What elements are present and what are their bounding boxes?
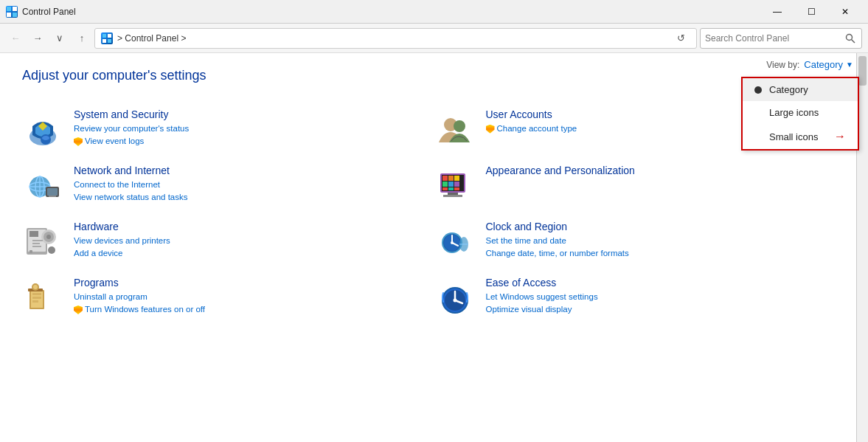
ease-of-access-title: Ease of Access <box>486 277 835 289</box>
programs-icon <box>22 277 63 318</box>
svg-rect-22 <box>47 188 58 196</box>
search-input[interactable] <box>705 33 844 44</box>
path-separator: > <box>117 33 125 44</box>
network-link-1[interactable]: Connect to the Internet <box>74 179 423 191</box>
svg-point-63 <box>33 285 38 289</box>
hardware-link-1[interactable]: View devices and printers <box>74 235 423 247</box>
dropdown-menu: Category Large icons Small icons → <box>741 77 859 151</box>
svg-rect-26 <box>442 176 448 181</box>
svg-rect-28 <box>454 176 459 181</box>
category-appearance[interactable]: Appearance and Personalization <box>434 157 847 213</box>
ease-of-access-icon <box>434 277 476 318</box>
dropdown-item-large-icons-label: Large icons <box>769 107 819 118</box>
shield-icon-1 <box>74 137 83 146</box>
dropdown-item-small-icons[interactable]: Small icons → <box>743 124 858 149</box>
svg-point-42 <box>46 235 51 239</box>
svg-rect-46 <box>29 250 32 253</box>
svg-rect-23 <box>49 196 56 197</box>
category-programs[interactable]: Programs Uninstall a program Turn Window… <box>22 269 434 325</box>
svg-rect-4 <box>103 34 106 38</box>
system-security-link-2[interactable]: View event logs <box>74 135 423 148</box>
addressbar: ← → ∨ ↑ > Control Panel > ↺ <box>0 24 868 53</box>
svg-point-53 <box>451 241 454 244</box>
viewby-current: Category <box>804 59 843 70</box>
svg-point-69 <box>453 299 456 303</box>
svg-line-9 <box>851 39 855 43</box>
category-network[interactable]: Network and Internet Connect to the Inte… <box>22 157 434 213</box>
viewby-button[interactable]: Category ▼ <box>804 59 853 70</box>
scrollbar-thumb[interactable] <box>858 56 867 86</box>
svg-point-13 <box>42 136 49 140</box>
category-ease-of-access[interactable]: Ease of Access Let Windows suggest setti… <box>434 269 847 325</box>
viewby-dropdown-wrapper: Category ▼ Category Large icons Small ic… <box>804 59 853 70</box>
window-controls: — ☐ ✕ <box>760 0 862 24</box>
svg-rect-60 <box>32 300 38 303</box>
address-path[interactable]: > Control Panel > ↺ <box>94 28 697 49</box>
network-icon <box>22 165 63 206</box>
app-icon <box>6 6 18 18</box>
system-security-icon <box>22 108 63 150</box>
viewby-label: View by: <box>766 60 799 70</box>
appearance-icon <box>434 165 476 206</box>
programs-content: Programs Uninstall a program Turn Window… <box>74 277 423 317</box>
clock-link-1[interactable]: Set the time and date <box>486 235 835 247</box>
hardware-link-2[interactable]: Add a device <box>74 247 423 260</box>
search-box[interactable] <box>700 28 862 49</box>
category-clock[interactable]: Clock and Region Set the time and date C… <box>434 213 847 269</box>
svg-rect-6 <box>103 39 106 43</box>
viewby-area: View by: Category ▼ Category Large icons… <box>766 59 853 70</box>
back-button[interactable]: ← <box>6 29 25 48</box>
ease-of-access-link-1[interactable]: Let Windows suggest settings <box>486 291 835 303</box>
programs-link-1[interactable]: Uninstall a program <box>74 291 423 303</box>
svg-rect-39 <box>29 231 38 237</box>
path-icon <box>101 32 113 44</box>
radio-empty-large <box>754 109 762 117</box>
hardware-content: Hardware View devices and printers Add a… <box>74 221 423 260</box>
programs-link-2[interactable]: Turn Windows features on or off <box>74 303 423 316</box>
svg-rect-59 <box>32 297 41 299</box>
category-system-security[interactable]: System and Security Review your computer… <box>22 101 434 157</box>
maximize-button[interactable]: ☐ <box>794 0 828 24</box>
svg-rect-2 <box>7 13 11 17</box>
radio-dot-category <box>754 86 762 94</box>
network-title: Network and Internet <box>74 165 423 176</box>
search-button[interactable] <box>844 31 857 46</box>
svg-rect-30 <box>448 182 454 187</box>
svg-rect-3 <box>13 13 17 17</box>
dropdown-item-category-label: Category <box>769 84 808 95</box>
dropdown-item-large-icons[interactable]: Large icons <box>743 101 858 124</box>
clock-link-2[interactable]: Change date, time, or number formats <box>486 247 835 260</box>
svg-rect-33 <box>448 187 454 190</box>
svg-rect-5 <box>108 34 111 38</box>
category-hardware[interactable]: Hardware View devices and printers Add a… <box>22 213 434 269</box>
forward-button[interactable]: → <box>28 29 47 48</box>
clock-icon <box>434 221 476 262</box>
refresh-button[interactable]: ↺ <box>671 29 690 48</box>
close-button[interactable]: ✕ <box>828 0 862 24</box>
arrow-right-icon: → <box>834 130 846 143</box>
radio-empty-small <box>754 133 762 140</box>
svg-point-8 <box>846 34 852 40</box>
dropdown-button[interactable]: ∨ <box>50 29 69 48</box>
svg-rect-58 <box>32 293 41 295</box>
system-security-link-1[interactable]: Review your computer's status <box>74 122 423 135</box>
clock-content: Clock and Region Set the time and date C… <box>486 221 835 260</box>
ease-of-access-link-2[interactable]: Optimize visual display <box>486 303 835 316</box>
titlebar: Control Panel — ☐ ✕ <box>0 0 868 24</box>
ease-of-access-content: Ease of Access Let Windows suggest setti… <box>486 277 835 317</box>
svg-rect-29 <box>442 182 448 187</box>
up-button[interactable]: ↑ <box>72 29 91 48</box>
network-link-2[interactable]: View network status and tasks <box>74 191 423 204</box>
path-text: Control Panel <box>125 33 178 44</box>
svg-rect-1 <box>13 7 17 11</box>
main-panel: Adjust your computer's settings System a… <box>0 53 868 442</box>
system-security-title: System and Security <box>74 108 423 120</box>
svg-rect-0 <box>7 7 11 11</box>
categories-grid: System and Security Review your computer… <box>22 101 846 325</box>
svg-rect-44 <box>32 243 40 244</box>
svg-rect-7 <box>108 39 111 43</box>
svg-rect-31 <box>454 182 459 187</box>
svg-rect-36 <box>443 195 462 197</box>
dropdown-item-category[interactable]: Category <box>743 78 858 101</box>
minimize-button[interactable]: — <box>760 0 794 24</box>
